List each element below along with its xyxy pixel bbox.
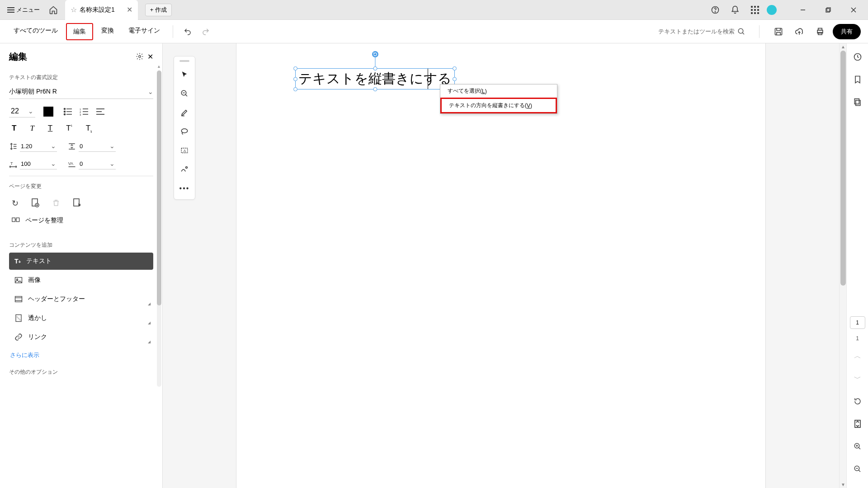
lasso-tool[interactable] — [176, 123, 193, 140]
select-tool[interactable] — [176, 66, 193, 83]
drag-handle[interactable] — [179, 60, 189, 62]
subscript-button[interactable]: T₁ — [86, 124, 92, 133]
resize-handle-tr[interactable] — [453, 66, 457, 70]
print-icon — [816, 27, 825, 36]
textbox-tool[interactable]: A — [176, 142, 193, 159]
align-button[interactable] — [96, 108, 105, 116]
svg-line-17 — [742, 33, 744, 34]
notifications-button[interactable] — [727, 2, 743, 18]
ctx-vertical-text[interactable]: テキストの方向を縦書きにする(V) — [440, 98, 557, 113]
textbox-content[interactable]: テキストを縦書きにする — [298, 71, 452, 86]
font-family-select[interactable]: 小塚明朝 Pr6N R ⌄ — [9, 85, 153, 99]
page-number-input[interactable]: 1 — [850, 316, 865, 329]
add-header-footer-button[interactable]: ヘッダーとフッター ◢ — [9, 291, 153, 308]
scroll-up-icon[interactable]: ▲ — [841, 44, 845, 49]
insert-page-button[interactable] — [31, 198, 39, 208]
tab-all-tools[interactable]: すべてのツール — [7, 23, 64, 40]
zoom-icon — [180, 89, 189, 98]
font-size-select[interactable]: 22 ⌄ — [9, 105, 35, 117]
rotate-view-button[interactable] — [849, 393, 866, 409]
panel-scrollbar-thumb[interactable] — [157, 70, 161, 305]
maximize-button[interactable] — [817, 2, 839, 18]
resize-handle-bl[interactable] — [293, 87, 297, 91]
hscale-icon: T — [9, 160, 17, 168]
minimize-button[interactable] — [792, 2, 814, 18]
hscale-select[interactable]: 100⌄ — [20, 158, 57, 169]
highlight-tool[interactable] — [176, 104, 193, 121]
tab-convert[interactable]: 変換 — [95, 23, 120, 40]
cloud-upload-button[interactable] — [791, 23, 807, 40]
tab-esign[interactable]: 電子サイン — [122, 23, 166, 40]
text-box[interactable]: テキストを縦書きにする — [295, 68, 455, 89]
delete-page-button[interactable] — [52, 198, 60, 208]
add-link-button[interactable]: リンク ◢ — [9, 328, 153, 346]
tab-edit[interactable]: 編集 — [66, 23, 93, 40]
search-box[interactable]: テキストまたはツールを検索 — [656, 25, 748, 38]
redo-button[interactable] — [198, 23, 214, 40]
zoom-out-button[interactable] — [849, 461, 866, 477]
rail-copy-button[interactable] — [849, 94, 866, 110]
panel-settings-button[interactable] — [136, 52, 144, 61]
font-family-value: 小塚明朝 Pr6N R — [9, 88, 57, 96]
scroll-up-icon[interactable]: ▲ — [157, 64, 161, 69]
trash-icon — [52, 198, 60, 207]
rail-comments-button[interactable] — [849, 49, 866, 65]
document-scrollbar-thumb[interactable] — [840, 51, 846, 286]
organize-pages-button[interactable]: ページを整理 — [9, 213, 153, 228]
ctx-select-all[interactable]: すべてを選択(L) — [440, 84, 557, 98]
textbox-selection[interactable]: テキストを縦書きにする — [295, 68, 455, 89]
undo-redo — [179, 23, 214, 40]
page-down-button[interactable]: ﹀ — [849, 371, 866, 387]
undo-button[interactable] — [179, 23, 196, 40]
superscript-button[interactable]: T¹ — [66, 124, 72, 133]
create-button[interactable]: + 作成 — [145, 4, 172, 16]
resize-handle-tl[interactable] — [293, 66, 297, 70]
close-window-button[interactable] — [843, 2, 864, 18]
kerning-select[interactable]: 0⌄ — [79, 158, 116, 169]
scroll-down-icon[interactable]: ▼ — [841, 482, 845, 487]
resize-handle-bm[interactable] — [373, 87, 377, 91]
extract-page-button[interactable] — [73, 198, 81, 208]
page[interactable]: テキストを縦書きにする すべてを選択(L) テ — [236, 43, 765, 488]
resize-handle-mr[interactable] — [453, 77, 457, 81]
user-avatar[interactable] — [767, 5, 777, 15]
tab-close-icon[interactable]: ✕ — [127, 5, 132, 14]
rail-bookmark-button[interactable] — [849, 71, 866, 88]
panel-close-button[interactable]: ✕ — [147, 52, 153, 61]
bold-button[interactable]: T — [12, 124, 16, 133]
fit-page-button[interactable] — [849, 416, 866, 432]
font-color-swatch[interactable] — [43, 107, 53, 117]
apps-button[interactable] — [747, 2, 763, 18]
resize-handle-ml[interactable] — [293, 77, 297, 81]
titlebar-left: メニュー ☆ 名称未設定1 ✕ + 作成 — [4, 0, 172, 20]
document-tab[interactable]: ☆ 名称未設定1 ✕ — [65, 0, 138, 20]
share-button[interactable]: 共有 — [833, 24, 861, 39]
underline-button[interactable]: T — [48, 124, 52, 133]
home-button[interactable] — [46, 3, 61, 17]
numbered-list-button[interactable]: 123 — [80, 108, 89, 116]
italic-button[interactable]: T — [30, 124, 34, 133]
show-more-link[interactable]: さらに表示 — [9, 347, 153, 363]
document-scrollbar[interactable]: ▲ ▼ — [839, 43, 846, 488]
page-up-button[interactable]: ︿ — [849, 348, 866, 364]
zoom-tool[interactable] — [176, 85, 193, 102]
menu-button[interactable]: メニュー — [4, 4, 43, 16]
text-cursor — [428, 69, 428, 89]
add-text-button[interactable]: T+ テキスト — [9, 253, 153, 270]
svg-rect-10 — [757, 12, 759, 14]
add-watermark-button[interactable]: 透かし ◢ — [9, 310, 153, 327]
zoom-in-button[interactable] — [849, 438, 866, 455]
rotate-handle[interactable] — [372, 51, 378, 57]
bullet-list-button[interactable] — [63, 108, 72, 116]
line-spacing-select[interactable]: 1.20⌄ — [20, 141, 57, 152]
paragraph-spacing-select[interactable]: 0⌄ — [79, 141, 116, 152]
resize-handle-tm[interactable] — [373, 66, 377, 70]
draw-tool[interactable] — [176, 161, 193, 178]
more-tools[interactable]: ••• — [176, 180, 193, 197]
help-button[interactable] — [707, 2, 723, 18]
print-button[interactable] — [812, 23, 828, 40]
star-icon[interactable]: ☆ — [71, 5, 77, 14]
save-button[interactable] — [770, 23, 787, 40]
add-image-button[interactable]: 画像 — [9, 272, 153, 289]
rotate-page-button[interactable]: ↻ — [12, 198, 19, 208]
